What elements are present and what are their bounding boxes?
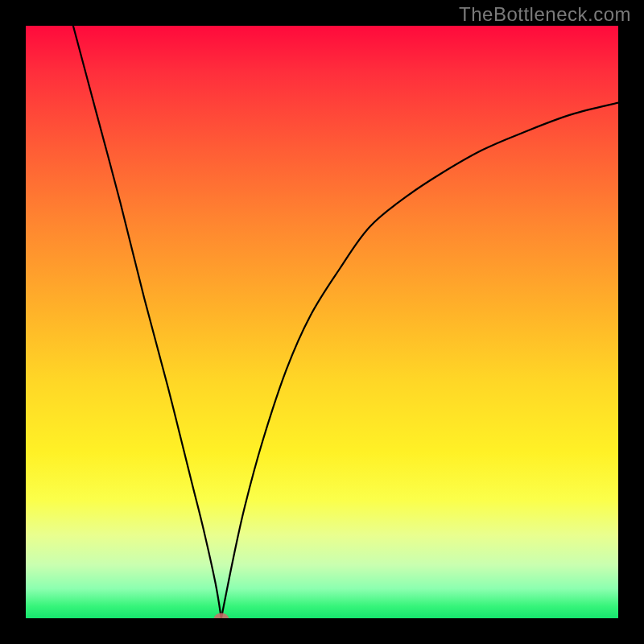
curve-left-branch bbox=[73, 26, 221, 618]
minimum-marker bbox=[214, 613, 229, 619]
curve-layer bbox=[26, 26, 618, 618]
plot-area bbox=[26, 26, 618, 618]
chart-frame: TheBottleneck.com bbox=[0, 0, 644, 644]
watermark-text: TheBottleneck.com bbox=[459, 3, 631, 26]
curve-right-branch bbox=[221, 103, 618, 618]
